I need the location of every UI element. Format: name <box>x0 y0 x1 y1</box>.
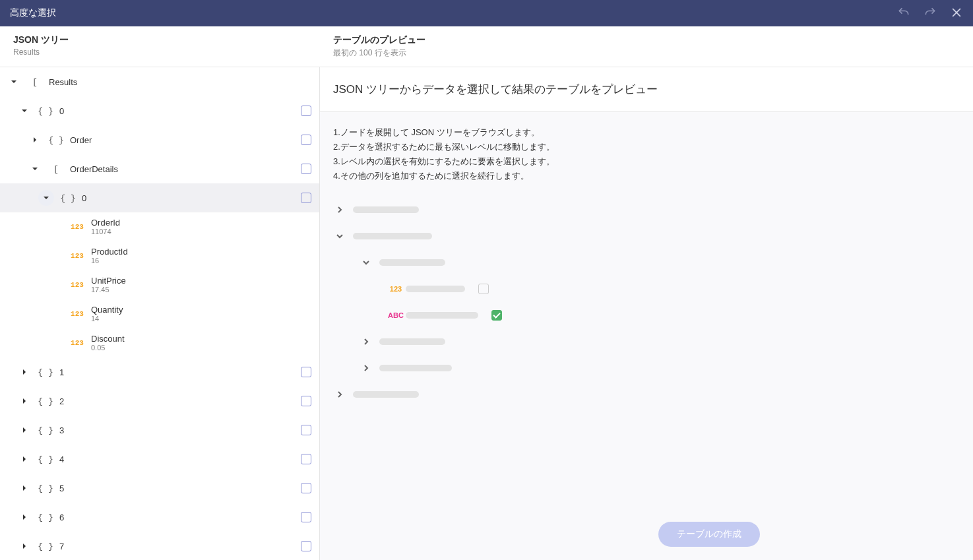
window-actions <box>897 6 963 21</box>
object-type-icon: { } <box>58 193 78 203</box>
chevron-down-icon[interactable] <box>28 162 42 176</box>
tree-row[interactable]: [Results <box>0 67 319 96</box>
tree-row[interactable]: { }1 <box>0 358 319 387</box>
json-tree: [Results{ }0{ }Order[OrderDetails{ }0123… <box>0 67 320 560</box>
node-checkbox[interactable] <box>301 106 311 116</box>
tree-row[interactable]: { }0 <box>0 183 319 212</box>
right-panel-title: テーブルのプレビュー <box>333 34 960 46</box>
tree-row[interactable]: [OrderDetails <box>0 154 319 183</box>
node-label: Order <box>70 135 301 145</box>
titlebar: 高度な選択 <box>0 0 973 26</box>
chevron-down-icon[interactable] <box>38 190 54 206</box>
node-value: 11074 <box>91 228 311 236</box>
object-type-icon: { } <box>36 396 55 406</box>
node-label: Discount <box>91 334 311 344</box>
node-checkbox[interactable] <box>301 396 311 406</box>
node-checkbox[interactable] <box>301 135 311 145</box>
node-checkbox[interactable] <box>301 483 311 493</box>
chevron-right-icon[interactable] <box>17 481 32 495</box>
preview-title: JSON ツリーからデータを選択して結果のテーブルをプレビュー <box>320 67 973 112</box>
node-label: ProductId <box>91 247 311 257</box>
chevron-down-icon[interactable] <box>7 75 21 89</box>
tree-row[interactable]: 123Quantity14 <box>0 299 319 328</box>
chevron-down-icon[interactable] <box>17 104 32 118</box>
node-checkbox[interactable] <box>301 164 311 174</box>
tree-row[interactable]: 123ProductId16 <box>0 241 319 270</box>
tree-row[interactable]: { }4 <box>0 445 319 474</box>
tree-row[interactable]: { }0 <box>0 96 319 125</box>
chevron-right-icon[interactable] <box>28 133 42 147</box>
left-panel-title: JSON ツリー <box>13 34 307 46</box>
object-type-icon: { } <box>36 106 55 116</box>
node-label: 4 <box>59 454 301 464</box>
tree-row[interactable]: 123UnitPrice17.45 <box>0 270 319 299</box>
chevron-right-icon[interactable] <box>17 510 32 524</box>
chevron-right-icon[interactable] <box>17 539 32 553</box>
number-type-icon: 123 <box>386 285 406 293</box>
instructions-text: 1.ノードを展開して JSON ツリーをブラウズします。2.データを選択するため… <box>333 125 960 183</box>
chevron-right-icon[interactable] <box>17 423 32 437</box>
node-label: OrderId <box>91 218 311 228</box>
tree-row[interactable]: { }2 <box>0 387 319 416</box>
instruction-line: 3.レベル内の選択を有効にするために要素を選択します。 <box>333 154 960 169</box>
chevron-right-icon[interactable] <box>17 394 32 408</box>
node-value: 0.05 <box>91 344 311 352</box>
skeleton-checkbox-checked <box>491 310 502 321</box>
node-label: 3 <box>59 425 301 435</box>
node-label: 6 <box>59 513 301 522</box>
node-checkbox[interactable] <box>301 367 311 377</box>
tree-row[interactable]: { }6 <box>0 503 319 532</box>
node-label: 1 <box>59 367 301 377</box>
object-type-icon: { } <box>36 425 55 435</box>
close-icon[interactable] <box>950 6 963 21</box>
array-type-icon: [ <box>46 164 66 174</box>
node-label: Quantity <box>91 305 311 315</box>
panel-header: JSON ツリー Results テーブルのプレビュー 最初の 100 行を表示 <box>0 26 973 67</box>
node-label: 0 <box>59 106 301 116</box>
skeleton-illustration: 123 ABC <box>333 197 960 408</box>
tree-row[interactable]: { }5 <box>0 474 319 503</box>
tree-row[interactable]: 123OrderId11074 <box>0 212 319 241</box>
object-type-icon: { } <box>46 135 66 145</box>
node-label: 7 <box>59 542 301 551</box>
node-label: UnitPrice <box>91 276 311 286</box>
undo-icon[interactable] <box>897 6 910 21</box>
node-checkbox[interactable] <box>301 541 311 551</box>
object-type-icon: { } <box>36 513 55 522</box>
preview-panel: JSON ツリーからデータを選択して結果のテーブルをプレビュー 1.ノードを展開… <box>320 67 973 560</box>
number-type-icon: 123 <box>67 252 87 260</box>
instruction-line: 4.その他の列を追加するために選択を続行します。 <box>333 169 960 183</box>
window-title: 高度な選択 <box>10 7 897 19</box>
object-type-icon: { } <box>36 454 55 464</box>
tree-row[interactable]: { }3 <box>0 416 319 445</box>
node-label: Results <box>49 77 311 87</box>
node-value: 16 <box>91 257 311 265</box>
node-label: 2 <box>59 396 301 406</box>
tree-row[interactable]: { }Order <box>0 125 319 154</box>
array-type-icon: [ <box>25 77 45 87</box>
node-checkbox[interactable] <box>301 193 311 203</box>
number-type-icon: 123 <box>67 223 87 231</box>
redo-icon[interactable] <box>924 6 937 21</box>
caret-spacer <box>49 220 63 234</box>
chevron-right-icon[interactable] <box>17 365 32 379</box>
caret-spacer <box>49 278 63 292</box>
node-label: 0 <box>82 193 301 203</box>
node-checkbox[interactable] <box>301 425 311 435</box>
instruction-line: 1.ノードを展開して JSON ツリーをブラウズします。 <box>333 125 960 140</box>
caret-spacer <box>49 249 63 263</box>
node-checkbox[interactable] <box>301 454 311 464</box>
tree-row[interactable]: 123Discount0.05 <box>0 328 319 358</box>
right-panel-subtitle: 最初の 100 行を表示 <box>333 47 960 59</box>
node-value: 14 <box>91 315 311 323</box>
create-table-button[interactable]: テーブルの作成 <box>658 522 760 547</box>
node-label: 5 <box>59 483 301 493</box>
node-checkbox[interactable] <box>301 512 311 522</box>
node-value: 17.45 <box>91 286 311 294</box>
object-type-icon: { } <box>36 367 55 377</box>
tree-row[interactable]: { }7 <box>0 532 319 560</box>
object-type-icon: { } <box>36 542 55 551</box>
chevron-right-icon[interactable] <box>17 452 32 466</box>
instruction-line: 2.データを選択するために最も深いレベルに移動します。 <box>333 140 960 154</box>
left-panel-subtitle: Results <box>13 47 307 57</box>
